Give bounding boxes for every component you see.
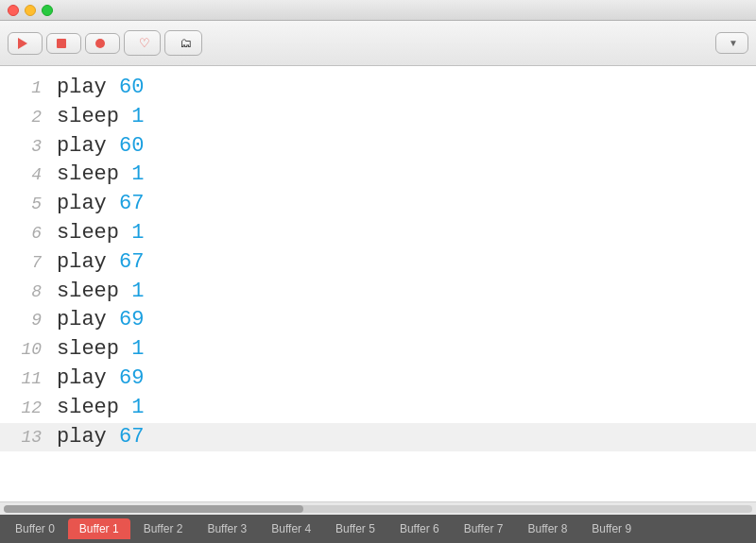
code-line: 12sleep 1 — [0, 394, 756, 423]
line-number: 2 — [11, 108, 42, 127]
keyword: sleep — [57, 221, 119, 245]
code-content: sleep 1 — [57, 161, 144, 190]
code-line: 13play 67 — [0, 423, 756, 452]
number-value: 67 — [119, 425, 144, 449]
code-line: 11play 69 — [0, 365, 756, 394]
load-button[interactable]: 🗂 — [164, 30, 202, 56]
number-value: 1 — [131, 337, 144, 361]
line-number: 9 — [11, 311, 42, 330]
keyword: sleep — [57, 105, 119, 128]
buffer-tab[interactable]: Buffer 0 — [4, 518, 66, 539]
code-content: play 60 — [57, 74, 144, 103]
buffer-tabs: Buffer 0Buffer 1Buffer 2Buffer 3Buffer 4… — [0, 515, 756, 543]
keyword: sleep — [57, 280, 119, 303]
buffer-tab[interactable]: Buffer 6 — [388, 518, 451, 539]
line-number: 13 — [11, 428, 42, 447]
buffer-tab[interactable]: Buffer 5 — [324, 518, 387, 539]
line-number: 12 — [11, 399, 42, 417]
code-line: 3play 60 — [0, 132, 756, 161]
scrollbar-area[interactable] — [0, 501, 756, 515]
title-bar — [0, 0, 756, 21]
minimize-button[interactable] — [25, 5, 36, 16]
size-button[interactable]: ▼ — [715, 32, 748, 54]
chevron-down-icon: ▼ — [729, 38, 738, 48]
rec-button[interactable] — [85, 33, 120, 54]
buffer-tab[interactable]: Buffer 1 — [68, 518, 130, 539]
code-line: 2sleep 1 — [0, 103, 756, 132]
run-icon — [18, 38, 27, 49]
code-line: 4sleep 1 — [0, 161, 756, 190]
code-content: play 67 — [57, 190, 144, 219]
heart-icon: ♡ — [139, 36, 150, 50]
keyword: play — [57, 192, 107, 215]
stop-icon — [57, 39, 66, 48]
buffer-tab[interactable]: Buffer 2 — [132, 518, 195, 539]
number-value: 60 — [119, 134, 144, 158]
line-number: 6 — [11, 224, 42, 243]
number-value: 1 — [131, 105, 144, 128]
maximize-button[interactable] — [42, 5, 53, 16]
code-content: play 67 — [57, 248, 144, 278]
number-value: 1 — [131, 162, 144, 186]
keyword: play — [57, 308, 107, 331]
save-button[interactable]: ♡ — [124, 30, 161, 56]
keyword: play — [57, 76, 107, 99]
keyword: play — [57, 134, 107, 158]
load-icon: 🗂 — [180, 36, 192, 50]
number-value: 1 — [131, 221, 144, 245]
traffic-lights — [8, 5, 53, 16]
run-button[interactable] — [8, 32, 43, 55]
number-value: 67 — [119, 250, 144, 274]
code-content: sleep 1 — [57, 394, 144, 423]
code-line: 6sleep 1 — [0, 219, 756, 248]
number-value: 69 — [119, 308, 144, 331]
code-content: sleep 1 — [57, 278, 144, 307]
buffer-tab[interactable]: Buffer 3 — [196, 518, 258, 539]
code-editor[interactable]: 1play 602sleep 13play 604sleep 15play 67… — [0, 66, 756, 501]
line-number: 3 — [11, 137, 42, 156]
keyword: play — [57, 366, 107, 390]
line-number: 1 — [11, 78, 42, 97]
code-content: play 67 — [57, 423, 144, 452]
number-value: 1 — [131, 396, 144, 419]
line-number: 4 — [11, 165, 42, 184]
code-content: play 60 — [57, 132, 144, 161]
code-line: 8sleep 1 — [0, 278, 756, 307]
scrollbar-thumb[interactable] — [4, 505, 303, 513]
code-line: 7play 67 — [0, 248, 756, 278]
number-value: 67 — [119, 192, 144, 215]
buffer-tab[interactable]: Buffer 7 — [453, 518, 515, 539]
scrollbar-track[interactable] — [4, 505, 752, 513]
buffer-tab[interactable]: Buffer 8 — [517, 518, 579, 539]
code-line: 1play 60 — [0, 74, 756, 103]
code-content: play 69 — [57, 306, 144, 335]
buffer-tab[interactable]: Buffer 9 — [580, 518, 643, 539]
number-value: 1 — [131, 280, 144, 303]
keyword: sleep — [57, 162, 119, 186]
rec-icon — [95, 39, 105, 48]
toolbar: ♡ 🗂 ▼ — [0, 21, 756, 66]
line-number: 10 — [11, 340, 42, 359]
line-number: 8 — [11, 282, 42, 301]
line-number: 5 — [11, 195, 42, 213]
keyword: play — [57, 250, 107, 274]
code-content: sleep 1 — [57, 335, 144, 365]
code-line: 10sleep 1 — [0, 335, 756, 365]
code-line: 9play 69 — [0, 306, 756, 335]
buffer-tab[interactable]: Buffer 4 — [260, 518, 322, 539]
number-value: 69 — [119, 366, 144, 390]
line-number: 11 — [11, 369, 42, 388]
number-value: 60 — [119, 76, 144, 99]
stop-button[interactable] — [46, 33, 81, 54]
line-number: 7 — [11, 253, 42, 272]
code-content: play 69 — [57, 365, 144, 394]
keyword: sleep — [57, 396, 119, 419]
keyword: sleep — [57, 337, 119, 361]
code-content: sleep 1 — [57, 103, 144, 132]
keyword: play — [57, 425, 107, 449]
code-content: sleep 1 — [57, 219, 144, 248]
close-button[interactable] — [8, 5, 19, 16]
code-line: 5play 67 — [0, 190, 756, 219]
